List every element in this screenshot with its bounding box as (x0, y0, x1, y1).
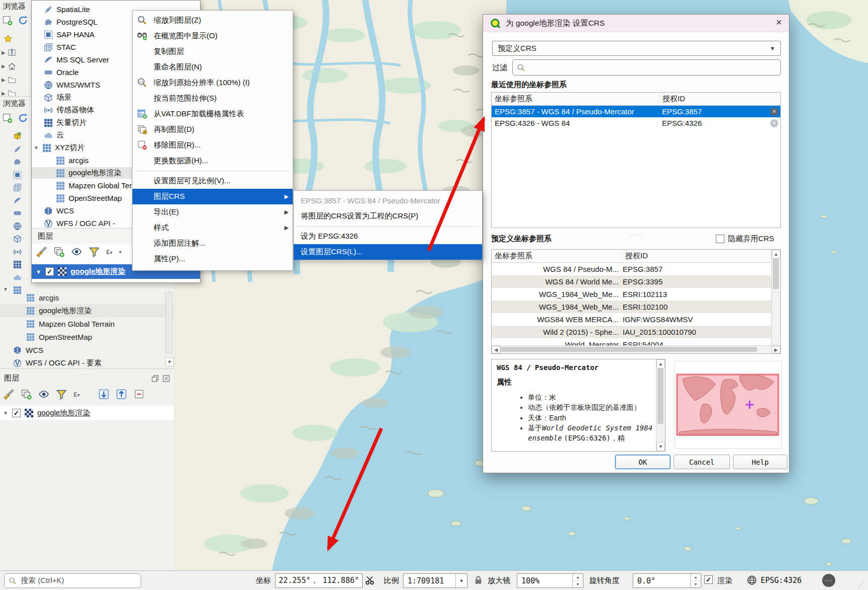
messages-bubble-icon[interactable]: ··· (822, 574, 835, 587)
browser-item-bookmarks[interactable]: ▶ (2, 48, 16, 57)
tree-item-arcgis[interactable]: arcgis (0, 291, 174, 304)
expression-filter-icon[interactable]: ε▾ (106, 247, 112, 256)
menu-add-annotation[interactable]: 添加图层注解... (132, 236, 293, 251)
recent-crs-table[interactable]: 坐标参照系 授权ID EPSG:3857 - WGS 84 / Pseudo-M… (491, 92, 781, 228)
style-brush-icon[interactable] (3, 389, 14, 400)
add-layer-icon[interactable] (2, 113, 13, 123)
scroll-up-button[interactable]: ▲ (772, 250, 780, 259)
crs-row[interactable]: WGS 84 / World Me...EPSG:3395 (492, 275, 780, 288)
remove-recent-icon[interactable]: × (770, 119, 778, 127)
ftree-sensor[interactable]: 传感器物体 (44, 104, 94, 116)
crs-row[interactable]: WGS_1984_Web_Me...ESRI:102100 (492, 301, 780, 313)
expand-all-icon[interactable] (98, 389, 109, 400)
scroll-up-button[interactable]: ▲ (656, 359, 665, 368)
chevron-down-icon[interactable]: ▼ (455, 574, 467, 587)
ftree-mssql[interactable]: MS SQL Server (44, 54, 109, 65)
geopackage-icon[interactable] (13, 131, 22, 140)
crs-mode-select[interactable]: 预定义CRS ▼ (492, 41, 781, 56)
vector-tiles-icon[interactable] (13, 259, 22, 269)
ftree-openstreetmap[interactable]: OpenStreetMap (56, 192, 122, 204)
tree-item-openstreetmap[interactable]: OpenStreetMap (0, 330, 174, 343)
predefined-crs-header[interactable]: 坐标参照系 授权ID (492, 250, 780, 263)
checkbox-box[interactable] (716, 235, 724, 243)
visibility-eye-icon[interactable] (71, 246, 82, 257)
layer-row-google-terrain[interactable]: ▼ ✓ google地形渲染 (0, 406, 174, 420)
refresh-icon[interactable] (18, 113, 28, 123)
sap-hana-icon[interactable] (13, 170, 22, 179)
crs-status[interactable]: EPSG:4326 (761, 576, 802, 585)
cancel-button[interactable]: Cancel (674, 455, 730, 469)
menu-load-vat[interactable]: 从VAT.DBF加载栅格属性表 (132, 106, 293, 122)
ok-button[interactable]: OK (615, 455, 671, 469)
submenu-set-epsg4326[interactable]: 设为 EPSG:4326 (294, 229, 482, 244)
render-checkbox[interactable]: ✓ (704, 575, 713, 584)
spinner-buttons[interactable]: ▲▼ (572, 574, 583, 587)
crs-row[interactable]: WGS84 WEB MERCA...IGNF:WGS84WMSV (492, 313, 780, 326)
layer-checkbox[interactable]: ✓ (45, 267, 54, 276)
close-panel-icon[interactable] (162, 375, 170, 383)
cloud-icon[interactable] (13, 272, 22, 282)
dialog-close-button[interactable]: × (776, 17, 782, 28)
menu-layer-crs[interactable]: 图层CRS▶ (132, 189, 293, 204)
menu-stretch-extent[interactable]: 按当前范围拉伸(S) (132, 91, 293, 106)
h-scrollbar[interactable]: ◀ ▶ (492, 345, 780, 353)
ftree-postgresql[interactable]: PostgreSQL (44, 16, 98, 28)
scene-icon[interactable] (13, 234, 22, 243)
crs-globe-icon[interactable] (747, 575, 757, 585)
ftree-stac[interactable]: STAC (44, 41, 76, 53)
ftree-wcs[interactable]: WCS (44, 205, 74, 216)
add-group-icon[interactable] (53, 246, 64, 257)
ftree-vector-tiles[interactable]: 矢量切片 (44, 117, 87, 128)
v-scrollbar[interactable]: ▲ (771, 250, 780, 346)
sensor-icon[interactable] (13, 247, 22, 256)
recent-crs-row-3857[interactable]: EPSG:3857 - WGS 84 / Pseudo-Mercator EPS… (492, 106, 780, 117)
lock-scale-icon[interactable] (474, 575, 483, 585)
ftree-xyz[interactable]: ▼XYZ切片 (34, 142, 85, 154)
scroll-right-button[interactable]: ▶ (772, 346, 780, 353)
ftree-arcgis[interactable]: arcgis (56, 155, 89, 166)
crs-row[interactable]: WGS_1984_Web_Me...ESRI:102113 (492, 288, 780, 301)
expanded-arrow[interactable]: ▼ (34, 145, 39, 151)
layer-expander[interactable]: ▼ (3, 410, 8, 416)
expression-filter-icon[interactable]: ε▾ (74, 390, 80, 399)
remove-recent-icon[interactable]: × (770, 108, 778, 116)
coordinate-display[interactable]: 22.255°， 112.886° (275, 573, 363, 588)
spatialite-icon[interactable] (13, 144, 22, 154)
menu-show-in-overview[interactable]: 在概览图中显示(O) (132, 28, 293, 44)
mssql-icon[interactable] (13, 195, 22, 205)
scroll-thumb[interactable] (657, 368, 663, 424)
visibility-eye-icon[interactable] (38, 389, 49, 400)
browser-item-folder[interactable]: ▶ (2, 76, 16, 84)
menu-rename-layer[interactable]: 重命名图层(N) (132, 59, 293, 75)
dialog-titlebar[interactable]: 为 google地形渲染 设置CRS × (483, 15, 789, 32)
hide-deprecated-checkbox[interactable]: 隐藏弃用CRS (716, 234, 774, 244)
menu-change-datasource[interactable]: 更换数据源(H)... (132, 153, 293, 169)
scroll-down-button[interactable]: ▼ (165, 357, 174, 366)
crs-filter-input[interactable] (512, 59, 781, 76)
scale-combobox[interactable]: 1:709181 ▼ (403, 573, 468, 588)
float-panel-icon[interactable] (151, 375, 159, 383)
ftree-wfs[interactable]: WFS / OGC API - (44, 217, 115, 229)
more-icon[interactable]: ▾ (119, 249, 121, 255)
ftree-scene[interactable]: 场景 (44, 92, 72, 103)
filter-funnel-icon[interactable] (89, 246, 100, 257)
menu-properties[interactable]: 属性(P)... (132, 251, 293, 267)
resize-grip[interactable]: ⋰ (857, 581, 864, 588)
collapse-all-icon[interactable] (116, 389, 127, 400)
scroll-left-button[interactable]: ◀ (492, 346, 500, 353)
browser-item-home[interactable]: ▶ (2, 62, 16, 70)
submenu-set-to-project-crs[interactable]: 将图层的CRS设置为工程的CRS(P) (294, 208, 482, 224)
menu-remove-layer[interactable]: 移除图层(R)... (132, 137, 293, 153)
style-brush-icon[interactable] (36, 246, 47, 257)
browser-scrollbar[interactable] (165, 292, 173, 353)
remove-layer-icon[interactable] (133, 389, 145, 400)
menu-duplicate-layer[interactable]: 再制图层(D) (132, 122, 293, 137)
spinner-buttons[interactable]: ▲▼ (690, 574, 701, 587)
crs-row[interactable]: WGS 84 / Pseudo-M...EPSG:3857 (492, 263, 780, 275)
layer-expander[interactable]: ▼ (36, 269, 41, 275)
wms-icon[interactable] (13, 221, 22, 231)
panel-splitter[interactable]: ······ (0, 368, 174, 378)
menu-styles[interactable]: 样式▶ (132, 220, 293, 236)
filter-funnel-icon[interactable] (56, 389, 67, 400)
tree-item-google-terrain[interactable]: google地形渲染 (0, 304, 174, 317)
